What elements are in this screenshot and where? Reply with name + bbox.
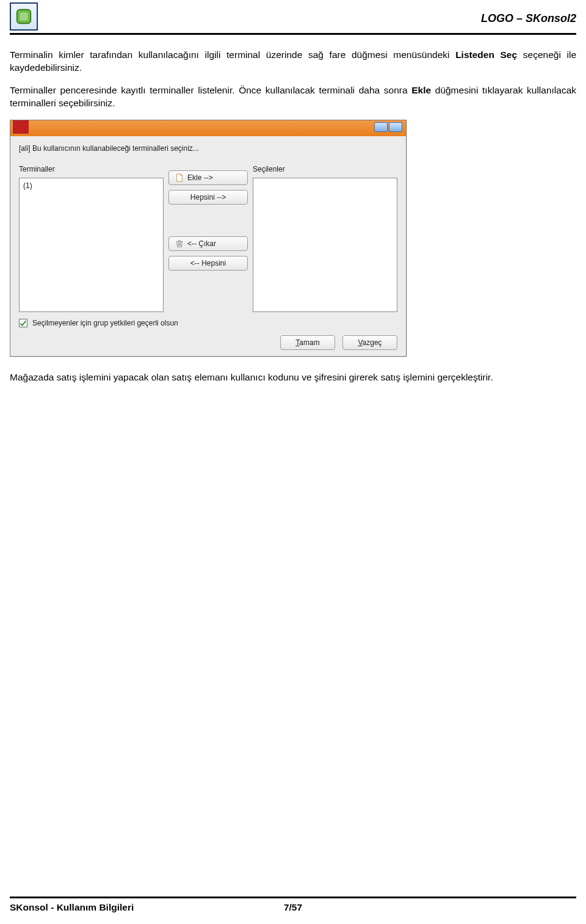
transfer-buttons: Ekle --> Hepsini --> <-- Çıkar <-- Hepsi… xyxy=(168,164,248,271)
header-title: LOGO – SKonsol2 xyxy=(481,12,576,25)
page-header: LOGO – SKonsol2 xyxy=(0,0,586,38)
para1-bold: Listeden Seç xyxy=(455,49,517,60)
para2-text-a: Terminaller penceresinde kayıtlı termina… xyxy=(10,85,411,95)
remove-all-button-label: <-- Hepsini xyxy=(190,258,226,268)
trash-icon xyxy=(175,239,184,248)
add-all-button-label: Hepsini --> xyxy=(190,192,226,202)
dialog-footer: Tamam Vazgeç xyxy=(19,335,397,350)
terminals-listbox[interactable]: (1) xyxy=(19,178,164,312)
terminals-label: Terminaller xyxy=(19,164,164,174)
dialog-body: [ali] Bu kullanıcının kullanabileceği te… xyxy=(10,136,406,357)
cancel-button-label: Vazgeç xyxy=(358,338,382,347)
remove-button[interactable]: <-- Çıkar xyxy=(168,236,248,251)
dialog-titlebar xyxy=(10,120,406,136)
minimize-button[interactable] xyxy=(374,122,388,132)
para2-bold: Ekle xyxy=(411,85,431,95)
group-permissions-label: Seçilmeyenler için grup yetkileri geçerl… xyxy=(32,318,178,328)
selected-label: Seçilenler xyxy=(253,164,397,174)
group-permissions-row: Seçilmeyenler için grup yetkileri geçerl… xyxy=(19,318,397,328)
group-permissions-checkbox[interactable] xyxy=(19,319,27,327)
header-rule xyxy=(10,33,576,35)
remove-all-button[interactable]: <-- Hepsini xyxy=(168,256,248,271)
logo-icon xyxy=(10,2,38,31)
window-controls xyxy=(374,122,402,132)
paragraph-2: Terminaller penceresinde kayıtlı termina… xyxy=(10,84,576,110)
cancel-button[interactable]: Vazgeç xyxy=(342,335,397,350)
left-column: Terminaller (1) xyxy=(19,164,164,312)
footer-left: SKonsol - Kullanım Bilgileri xyxy=(10,902,248,913)
paragraph-1: Terminalin kimler tarafından kullanılaca… xyxy=(10,49,576,75)
add-button-label: Ekle --> xyxy=(187,173,213,183)
page-footer: SKonsol - Kullanım Bilgileri 7/57 xyxy=(10,897,576,913)
titlebar-accent-icon xyxy=(13,120,29,134)
list-item[interactable]: (1) xyxy=(23,181,159,191)
content-area: Terminalin kimler tarafından kullanılaca… xyxy=(0,38,586,384)
ok-button-label: Tamam xyxy=(295,338,319,347)
footer-page: 7/57 xyxy=(248,902,338,913)
svg-rect-1 xyxy=(20,12,27,20)
document-icon xyxy=(175,173,184,182)
remove-button-label: <-- Çıkar xyxy=(187,239,216,249)
close-button[interactable] xyxy=(389,122,402,132)
right-column: Seçilenler xyxy=(253,164,397,312)
add-all-button[interactable]: Hepsini --> xyxy=(168,190,248,205)
dialog-instruction: [ali] Bu kullanıcının kullanabileceği te… xyxy=(19,144,397,153)
paragraph-3: Mağazada satış işlemini yapacak olan sat… xyxy=(10,371,576,384)
add-button[interactable]: Ekle --> xyxy=(168,170,248,185)
dual-list-layout: Terminaller (1) Ekle --> Hepsini --> xyxy=(19,164,397,312)
terminal-select-dialog: [ali] Bu kullanıcının kullanabileceği te… xyxy=(10,120,407,357)
selected-listbox[interactable] xyxy=(253,178,397,312)
para1-text-a: Terminalin kimler tarafından kullanılaca… xyxy=(10,49,455,60)
ok-button[interactable]: Tamam xyxy=(280,335,335,350)
